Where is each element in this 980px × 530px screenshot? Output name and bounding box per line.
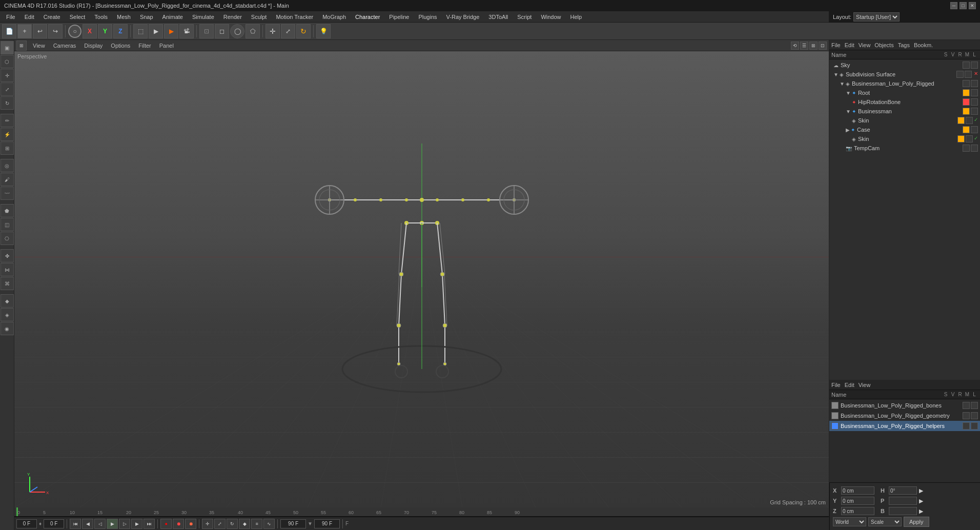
businessman-group-expand[interactable]: ▼ xyxy=(840,81,845,87)
curve-btn[interactable]: ∿ xyxy=(263,519,275,529)
rotate-tool-btn[interactable]: ↻ xyxy=(227,519,238,529)
sky-dot1[interactable] xyxy=(963,62,970,69)
menu-motion-tracker[interactable]: Motion Tracker xyxy=(272,13,317,21)
mode-z[interactable]: Z xyxy=(113,24,128,38)
case-color[interactable] xyxy=(963,126,970,133)
menu-select[interactable]: Select xyxy=(66,13,90,21)
apply-button[interactable]: Apply xyxy=(904,517,929,527)
toolbar-scale[interactable]: ⤢ xyxy=(281,24,295,38)
mm-edit[interactable]: Edit xyxy=(845,382,854,388)
next-keyframe-btn[interactable]: ▷ xyxy=(119,519,130,529)
menu-snap[interactable]: Snap xyxy=(136,13,157,21)
mode-y[interactable]: Y xyxy=(98,24,112,38)
go-to-end-btn[interactable]: ⏭ xyxy=(144,519,155,529)
tool-smooth[interactable]: 〰 xyxy=(1,187,14,200)
viewport-icon4[interactable]: ⊡ xyxy=(819,42,827,50)
viewport[interactable]: Perspective Grid Spacing : 100 cm xyxy=(14,51,829,507)
om-edit[interactable]: Edit xyxy=(845,42,854,48)
menu-3dtoall[interactable]: 3DToAll xyxy=(484,13,512,21)
geom-dot1[interactable] xyxy=(963,412,970,419)
viewport-icon2[interactable]: ☰ xyxy=(800,42,808,50)
om-bookmarks[interactable]: Bookm. xyxy=(914,42,933,48)
om-item-skin1[interactable]: ◈ Skin ✓ xyxy=(829,116,980,125)
coord-system-select[interactable]: World Object xyxy=(833,517,866,526)
coord-x-input[interactable] xyxy=(841,486,874,495)
menu-character[interactable]: Character xyxy=(351,13,384,21)
om-item-businessman-group[interactable]: ▼ ◈ Businessman_Low_Poly_Rigged xyxy=(829,79,980,88)
next-frame-btn[interactable]: ▶ xyxy=(131,519,142,529)
skin1-check[interactable]: ✓ xyxy=(974,117,978,124)
om-file[interactable]: File xyxy=(831,42,841,48)
menu-create[interactable]: Create xyxy=(39,13,65,21)
toolbar-select-live[interactable]: ⊡ xyxy=(199,24,214,38)
sd-dot2[interactable] xyxy=(965,71,972,78)
scale-tool-btn[interactable]: ⤢ xyxy=(214,519,226,529)
om-item-businessman[interactable]: ▼ ✦ Businessman xyxy=(829,107,980,116)
mm-item-geometry[interactable]: Businessman_Low_Poly_Rigged_geometry xyxy=(829,411,980,421)
om-item-skin2[interactable]: ◈ Skin ✓ xyxy=(829,134,980,144)
transform-mode-select[interactable]: Scale Move Rotate xyxy=(868,517,902,526)
bones-dot1[interactable] xyxy=(963,402,970,409)
subdivision-expand[interactable]: ▼ xyxy=(833,72,839,77)
tool-rotate[interactable]: ↻ xyxy=(1,96,14,110)
tool-brush[interactable]: 🖌 xyxy=(1,173,14,186)
om-item-tempcam[interactable]: 📷 TempCam xyxy=(829,144,980,153)
tool-move[interactable]: ✛ xyxy=(1,69,14,82)
coord-z-arrow[interactable]: ▶ xyxy=(919,508,927,515)
toolbar-render[interactable]: ▶ xyxy=(164,24,178,38)
viewport-icon3[interactable]: ⊞ xyxy=(809,42,818,50)
toolbar-render-to[interactable]: 📽 xyxy=(179,24,194,38)
om-item-subdivision[interactable]: ▼ ◈ Subdivision Surface ✕ xyxy=(829,70,980,79)
om-item-root[interactable]: ▼ ✦ Root xyxy=(829,88,980,97)
tool-bevel[interactable]: ⎔ xyxy=(1,232,14,245)
tc-dot2[interactable] xyxy=(971,145,978,152)
bsm-color[interactable] xyxy=(963,108,970,115)
toolbar-render-region[interactable]: ⬚ xyxy=(133,24,148,38)
blpr-dot2[interactable] xyxy=(971,80,978,87)
tool-pen[interactable]: ✏ xyxy=(1,114,14,127)
viewport-cameras[interactable]: Cameras xyxy=(51,43,78,49)
tool-magnet[interactable]: ◎ xyxy=(1,159,14,172)
tool-bridge[interactable]: ⊞ xyxy=(1,141,14,155)
mm-file[interactable]: File xyxy=(831,382,841,388)
tool-select-mesh[interactable]: ⬡ xyxy=(1,55,14,68)
menu-animate[interactable]: Animate xyxy=(158,13,187,21)
toolbar-add[interactable]: + xyxy=(17,24,32,38)
coord-z-input[interactable] xyxy=(841,507,874,515)
viewport-panel[interactable]: Panel xyxy=(157,43,176,49)
hip-dot[interactable] xyxy=(971,98,978,106)
skin2-color[interactable] xyxy=(957,135,965,142)
menu-mesh[interactable]: Mesh xyxy=(113,13,135,21)
minimize-button[interactable]: ─ xyxy=(950,2,957,9)
bsm-dot[interactable] xyxy=(971,108,978,115)
geom-dot2[interactable] xyxy=(971,412,978,419)
blpr-dot1[interactable] xyxy=(963,80,970,87)
coord-b-input[interactable] xyxy=(889,507,917,515)
sd-close[interactable]: ✕ xyxy=(974,71,978,78)
menu-help[interactable]: Help xyxy=(566,13,586,21)
toolbar-render-view[interactable]: ▶ xyxy=(149,24,163,38)
keyframe-btn[interactable]: ◆ xyxy=(239,519,250,529)
case-dot[interactable] xyxy=(971,126,978,133)
toolbar-select-circle[interactable]: ◯ xyxy=(230,24,244,38)
menu-plugins[interactable]: Plugins xyxy=(414,13,441,21)
toolbar-light[interactable]: 💡 xyxy=(316,24,331,38)
tool-polygon[interactable]: ⬟ xyxy=(1,204,14,217)
sd-dot1[interactable] xyxy=(956,71,964,78)
close-button[interactable]: ✕ xyxy=(969,2,976,9)
menu-simulate[interactable]: Simulate xyxy=(188,13,218,21)
tool-extra1[interactable]: ◆ xyxy=(1,294,14,308)
tool-select-model[interactable]: ▣ xyxy=(1,41,14,54)
skin1-dot[interactable] xyxy=(966,117,973,124)
coord-x-arrow[interactable]: ▶ xyxy=(919,487,927,494)
viewport-display[interactable]: Display xyxy=(82,43,105,49)
current-frame-input[interactable] xyxy=(16,519,37,528)
go-to-start-btn[interactable]: ⏮ xyxy=(70,519,81,529)
om-view[interactable]: View xyxy=(859,42,871,48)
coord-y-input[interactable] xyxy=(841,497,874,505)
helpers-dot1[interactable] xyxy=(963,422,970,430)
toolbar-select-rect[interactable]: ◻ xyxy=(215,24,229,38)
tool-bone[interactable]: ✤ xyxy=(1,249,14,262)
viewport-view[interactable]: View xyxy=(31,43,47,49)
maximize-button[interactable]: □ xyxy=(959,2,967,9)
